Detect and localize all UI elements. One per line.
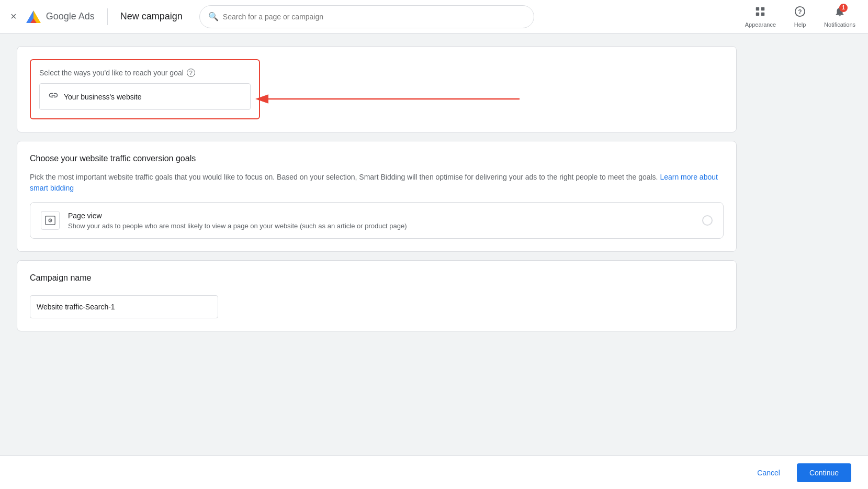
close-button[interactable]: × [8, 8, 19, 25]
header-left: × Google Ads New campaign [8, 8, 183, 25]
page-view-option[interactable]: Page view Show your ads to people who ar… [30, 202, 724, 239]
page-view-name: Page view [68, 212, 694, 220]
website-option[interactable]: Your business's website [39, 83, 251, 110]
conversion-section-title: Choose your website traffic conversion g… [30, 154, 724, 163]
main-content: Select the ways you'd like to reach your… [0, 34, 753, 352]
svg-text:?: ? [798, 8, 802, 15]
search-icon: 🔍 [208, 12, 219, 21]
help-button[interactable]: ? Help [784, 4, 816, 30]
help-label: Help [794, 21, 806, 28]
cancel-button[interactable]: Cancel [749, 464, 788, 481]
header-actions: Appearance ? Help 1 Notifications [741, 4, 860, 30]
notifications-icon: 1 [834, 6, 846, 20]
svg-rect-9 [756, 12, 759, 15]
continue-button[interactable]: Continue [797, 463, 851, 482]
notifications-label: Notifications [824, 21, 855, 28]
help-icon: ? [794, 6, 806, 20]
svg-rect-10 [761, 12, 764, 15]
arrow-annotation [258, 78, 530, 121]
conversion-description: Pick the most important website traffic … [30, 172, 724, 194]
google-ads-icon [25, 8, 42, 25]
campaign-name-title: Campaign name [30, 273, 724, 283]
link-icon [48, 90, 59, 103]
appearance-icon [754, 6, 766, 20]
header-divider [107, 8, 108, 25]
appearance-label: Appearance [745, 21, 776, 28]
google-ads-logo: Google Ads [25, 8, 95, 25]
campaign-title: New campaign [120, 11, 183, 22]
logo-text: Google Ads [46, 11, 95, 22]
svg-rect-7 [756, 7, 759, 10]
page-view-icon [41, 211, 60, 230]
campaign-name-input[interactable] [30, 295, 218, 318]
appearance-button[interactable]: Appearance [741, 4, 780, 30]
page-view-radio[interactable] [702, 215, 713, 226]
notifications-badge: 1 [839, 4, 848, 12]
header-search: 🔍 [199, 5, 534, 28]
page-view-info: Page view Show your ads to people who ar… [68, 212, 694, 230]
campaign-name-card: Campaign name [17, 260, 737, 331]
notifications-button[interactable]: 1 Notifications [820, 4, 860, 30]
header: × Google Ads New campaign [0, 0, 868, 34]
conversion-description-text: Pick the most important website traffic … [30, 173, 658, 181]
search-input[interactable] [223, 13, 525, 21]
arrow-svg [258, 78, 530, 120]
goal-selection-card: Select the ways you'd like to reach your… [17, 46, 737, 132]
svg-rect-8 [761, 7, 764, 10]
goal-help-icon[interactable]: ? [187, 69, 195, 77]
conversion-goals-card: Choose your website traffic conversion g… [17, 141, 737, 252]
goal-label-text: Select the ways you'd like to reach your… [39, 69, 184, 77]
footer: Cancel Continue [0, 455, 868, 489]
svg-point-17 [50, 220, 51, 221]
page-view-desc: Show your ads to people who are most lik… [68, 222, 694, 230]
goal-card-inner: Select the ways you'd like to reach your… [30, 59, 260, 119]
goal-label: Select the ways you'd like to reach your… [39, 69, 251, 77]
search-box: 🔍 [199, 5, 534, 28]
website-option-text: Your business's website [64, 93, 141, 101]
